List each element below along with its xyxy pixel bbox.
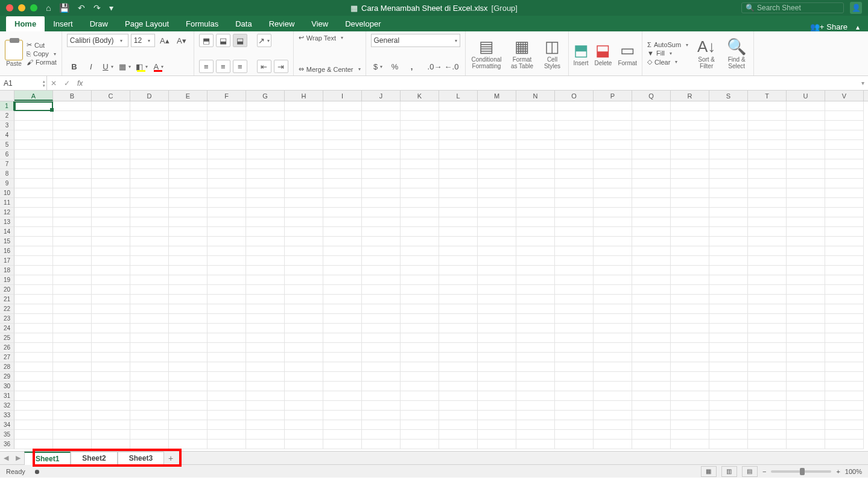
cell[interactable] xyxy=(130,130,169,140)
cell[interactable] xyxy=(362,150,401,159)
cell[interactable] xyxy=(207,430,246,440)
cell[interactable] xyxy=(130,430,169,440)
row-header[interactable]: 2 xyxy=(0,111,14,121)
ribbon-tab-page-layout[interactable]: Page Layout xyxy=(116,16,177,31)
cell[interactable] xyxy=(92,401,130,411)
cell[interactable] xyxy=(169,188,207,198)
cell[interactable] xyxy=(207,314,246,324)
cell[interactable] xyxy=(439,140,478,150)
cell[interactable] xyxy=(439,169,478,179)
cell[interactable] xyxy=(169,101,207,111)
cell[interactable] xyxy=(14,208,53,217)
cell[interactable] xyxy=(671,256,709,266)
cell[interactable] xyxy=(130,150,169,159)
cell[interactable] xyxy=(92,237,130,246)
cell[interactable] xyxy=(516,411,555,420)
cell[interactable] xyxy=(53,227,92,237)
cell[interactable] xyxy=(246,382,285,391)
cell[interactable] xyxy=(53,256,92,266)
cell[interactable] xyxy=(439,324,478,333)
cell[interactable] xyxy=(594,169,632,179)
cell[interactable] xyxy=(555,324,594,333)
cell[interactable] xyxy=(323,198,362,208)
cell[interactable] xyxy=(516,159,555,169)
cell[interactable] xyxy=(207,101,246,111)
cell[interactable] xyxy=(478,121,516,130)
cell[interactable] xyxy=(169,430,207,440)
cell[interactable] xyxy=(92,324,130,333)
cell[interactable] xyxy=(53,295,92,304)
cell[interactable] xyxy=(594,324,632,333)
paste-icon[interactable] xyxy=(5,40,23,60)
cell[interactable] xyxy=(748,304,787,314)
cell[interactable] xyxy=(92,285,130,295)
cell[interactable] xyxy=(323,391,362,401)
cell[interactable] xyxy=(14,217,53,227)
cell[interactable] xyxy=(92,304,130,314)
cell[interactable] xyxy=(130,275,169,285)
cell[interactable] xyxy=(709,198,748,208)
cell[interactable] xyxy=(478,353,516,362)
cell[interactable] xyxy=(53,285,92,295)
cell[interactable] xyxy=(246,362,285,372)
cell[interactable] xyxy=(207,140,246,150)
cell[interactable] xyxy=(478,324,516,333)
cell[interactable] xyxy=(478,382,516,391)
cell[interactable] xyxy=(516,140,555,150)
cell[interactable] xyxy=(825,121,864,130)
accept-formula-icon[interactable]: ✓ xyxy=(60,79,74,88)
column-header[interactable]: J xyxy=(362,91,401,101)
cell[interactable] xyxy=(14,266,53,275)
cell[interactable] xyxy=(14,188,53,198)
cell[interactable] xyxy=(207,237,246,246)
cell[interactable] xyxy=(207,217,246,227)
cell[interactable] xyxy=(632,198,671,208)
cell[interactable] xyxy=(362,420,401,430)
cell[interactable] xyxy=(594,217,632,227)
cell[interactable] xyxy=(594,111,632,121)
cell[interactable] xyxy=(439,159,478,169)
cell[interactable] xyxy=(130,314,169,324)
cell[interactable] xyxy=(323,169,362,179)
column-header[interactable]: H xyxy=(285,91,323,101)
cell[interactable] xyxy=(130,372,169,382)
cell[interactable] xyxy=(594,372,632,382)
cell[interactable] xyxy=(246,401,285,411)
cell[interactable] xyxy=(285,333,323,343)
cell[interactable] xyxy=(594,140,632,150)
cell[interactable] xyxy=(709,208,748,217)
row-header[interactable]: 5 xyxy=(0,140,14,150)
cell[interactable] xyxy=(53,314,92,324)
cell[interactable] xyxy=(709,401,748,411)
cell[interactable] xyxy=(14,440,53,449)
cell[interactable] xyxy=(285,130,323,140)
page-layout-view-icon[interactable]: ▥ xyxy=(721,466,737,477)
cell[interactable] xyxy=(401,246,439,256)
column-header[interactable]: V xyxy=(825,91,864,101)
format-as-table-button[interactable]: ▦ Format as Table xyxy=(509,37,536,69)
borders-button[interactable]: ▦▾ xyxy=(118,60,132,73)
cell[interactable] xyxy=(285,266,323,275)
cell[interactable] xyxy=(323,401,362,411)
cell[interactable] xyxy=(478,237,516,246)
cell[interactable] xyxy=(825,401,864,411)
increase-decimal-icon[interactable]: .0→ xyxy=(428,60,442,73)
cell[interactable] xyxy=(92,420,130,430)
cell[interactable] xyxy=(207,266,246,275)
cell[interactable] xyxy=(53,362,92,372)
column-header[interactable]: O xyxy=(555,91,594,101)
cell[interactable] xyxy=(555,111,594,121)
cell[interactable] xyxy=(516,430,555,440)
currency-icon[interactable]: $▾ xyxy=(371,60,385,73)
cell[interactable] xyxy=(671,304,709,314)
cell[interactable] xyxy=(632,324,671,333)
cell[interactable] xyxy=(401,430,439,440)
cell[interactable] xyxy=(787,353,825,362)
cell[interactable] xyxy=(362,362,401,372)
row-header[interactable]: 20 xyxy=(0,285,14,295)
cell[interactable] xyxy=(516,130,555,140)
cell[interactable] xyxy=(748,430,787,440)
formula-input[interactable] xyxy=(86,76,857,90)
cell[interactable] xyxy=(130,208,169,217)
cell[interactable] xyxy=(169,121,207,130)
